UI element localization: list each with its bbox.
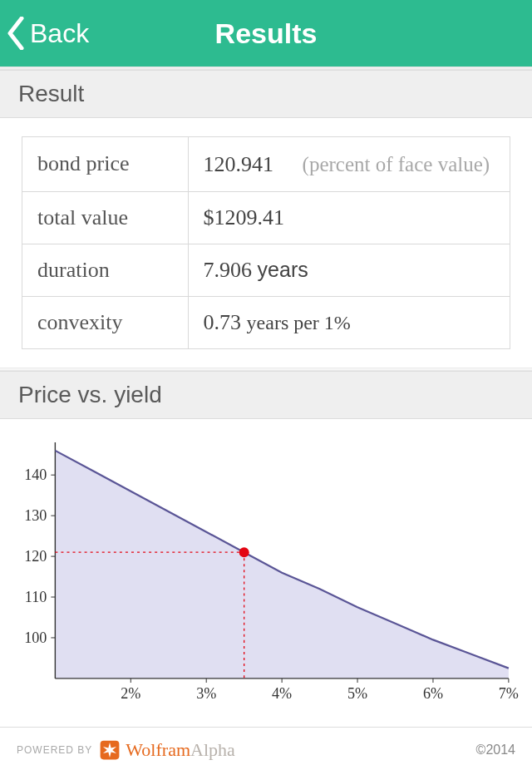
table-row: total value $1209.41 xyxy=(22,191,510,244)
footer: POWERED BY WolframAlpha ©2014 xyxy=(0,727,532,765)
wolfram-icon xyxy=(99,739,121,761)
value-annotation: (percent of face value) xyxy=(303,151,490,177)
svg-text:3%: 3% xyxy=(196,685,216,702)
svg-text:100: 100 xyxy=(24,629,47,646)
copyright: ©2014 xyxy=(476,743,515,758)
value-unit: years per 1% xyxy=(247,312,351,333)
cell-label: convexity xyxy=(22,296,189,348)
wolfram-alpha-text: WolframAlpha xyxy=(126,739,234,761)
cell-value: 7.906 years xyxy=(188,244,510,296)
svg-text:120: 120 xyxy=(24,548,47,565)
cell-value: 120.941 (percent of face value) xyxy=(188,137,510,192)
price-vs-yield-chart: 1001101201301402%3%4%5%6%7% xyxy=(7,434,525,710)
cell-value: 0.73 years per 1% xyxy=(188,296,510,348)
svg-text:110: 110 xyxy=(25,589,47,605)
chart-container: 1001101201301402%3%4%5%6%7% xyxy=(0,419,532,727)
cell-label: bond price xyxy=(22,137,189,192)
cell-label: duration xyxy=(22,244,189,296)
svg-text:130: 130 xyxy=(24,507,47,524)
navbar: Back Results xyxy=(0,0,532,67)
result-table: bond price 120.941 (percent of face valu… xyxy=(22,136,510,349)
svg-point-26 xyxy=(239,547,249,557)
value-text: 120.941 xyxy=(204,152,274,177)
cell-value: $1209.41 xyxy=(188,191,510,244)
section-header-result: Result xyxy=(0,70,532,118)
section-header-chart: Price vs. yield xyxy=(0,371,532,419)
svg-text:140: 140 xyxy=(24,466,47,483)
powered-by-label: POWERED BY xyxy=(17,744,92,756)
value-text: 0.73 xyxy=(204,310,242,334)
value-text: 7.906 xyxy=(204,258,253,282)
chevron-left-icon xyxy=(7,17,25,50)
wolfram-alpha-logo[interactable]: WolframAlpha xyxy=(99,739,234,761)
svg-text:2%: 2% xyxy=(121,685,140,702)
svg-text:4%: 4% xyxy=(272,685,292,702)
table-row: bond price 120.941 (percent of face valu… xyxy=(22,137,510,192)
value-unit: years xyxy=(258,258,308,281)
back-button[interactable]: Back xyxy=(0,17,89,50)
cell-label: total value xyxy=(22,191,189,244)
svg-text:5%: 5% xyxy=(347,685,367,702)
svg-text:6%: 6% xyxy=(423,685,443,702)
svg-text:7%: 7% xyxy=(499,685,519,702)
table-row: convexity 0.73 years per 1% xyxy=(22,296,510,348)
back-label: Back xyxy=(30,18,89,49)
result-table-wrap: bond price 120.941 (percent of face valu… xyxy=(0,118,532,368)
table-row: duration 7.906 years xyxy=(22,244,510,296)
